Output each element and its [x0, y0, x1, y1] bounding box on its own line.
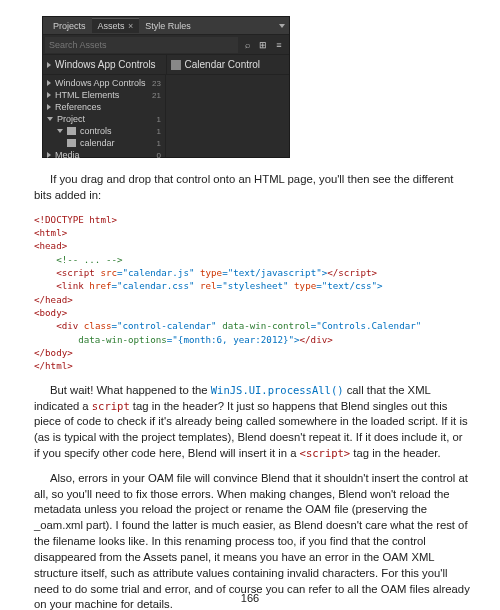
paragraph-2: But wait! What happened to the WinJS.UI.… — [34, 383, 470, 462]
code-token: ="calendar.js" — [117, 267, 194, 278]
tree-item-references[interactable]: References — [43, 101, 165, 113]
tree-item-project[interactable]: Project 1 — [43, 113, 165, 125]
tree-count: 23 — [152, 79, 161, 88]
code-token: html> — [84, 214, 117, 225]
category-tree: Windows App Controls 23 HTML Elements 21… — [43, 75, 166, 157]
tree-label: Media — [55, 150, 80, 160]
chevron-down-icon[interactable] — [279, 24, 285, 28]
inline-code: WinJS.UI.processAll() — [211, 384, 344, 396]
document-body: If you drag and drop that control onto a… — [34, 172, 470, 610]
chevron-right-icon — [47, 152, 51, 158]
search-icon[interactable]: ⌕ — [240, 38, 254, 52]
tree-item-media[interactable]: Media 0 — [43, 149, 165, 161]
code-token: </div> — [300, 334, 333, 345]
chevron-right-icon — [47, 92, 51, 98]
code-token: ="Controls.Calendar" — [311, 320, 422, 331]
code-token: <!-- ... --> — [34, 254, 123, 265]
tree-label: calendar — [80, 138, 115, 148]
tree-count: 1 — [157, 115, 161, 124]
code-token: ="text/javascript"> — [222, 267, 327, 278]
tree-count: 1 — [157, 127, 161, 136]
panel-tab-strip: Projects Assets × Style Rules — [43, 17, 289, 35]
code-token: src — [95, 267, 117, 278]
breadcrumb-item: Calendar Control — [185, 59, 261, 70]
tab-projects[interactable]: Projects — [47, 19, 92, 33]
paragraph-1: If you drag and drop that control onto a… — [34, 172, 470, 204]
code-token: ="{month:6, year:2012}"> — [167, 334, 300, 345]
preview-area — [166, 75, 289, 157]
breadcrumb-category: Windows App Controls — [55, 59, 156, 70]
code-token — [34, 320, 56, 331]
tree-label: References — [55, 102, 101, 112]
paragraph-3: Also, errors in your OAM file will convi… — [34, 471, 470, 610]
code-token: <div — [56, 320, 78, 331]
code-token: <script — [56, 267, 95, 278]
tab-assets[interactable]: Assets × — [92, 18, 140, 33]
chevron-right-icon — [47, 80, 51, 86]
tree-item-calendar[interactable]: calendar 1 — [43, 137, 165, 149]
tree-label: Project — [57, 114, 85, 124]
code-token: <body> — [34, 307, 67, 318]
chevron-down-icon — [57, 129, 63, 133]
text-run: But wait! What happened to the — [50, 384, 211, 396]
tree-item-win-controls[interactable]: Windows App Controls 23 — [43, 77, 165, 89]
grid-view-icon[interactable]: ⊞ — [256, 38, 270, 52]
page-number: 166 — [0, 592, 500, 604]
code-token: class — [78, 320, 111, 331]
code-token: ="calendar.css" — [111, 280, 194, 291]
code-token: ="stylesheet" — [217, 280, 289, 291]
code-token: type — [289, 280, 317, 291]
code-token: <!DOCTYPE — [34, 214, 84, 225]
close-icon[interactable]: × — [128, 21, 133, 31]
chevron-right-icon — [47, 104, 51, 110]
tree-item-html[interactable]: HTML Elements 21 — [43, 89, 165, 101]
folder-icon — [67, 127, 76, 135]
code-token: ="text/css"> — [316, 280, 382, 291]
code-token: href — [84, 280, 112, 291]
folder-icon — [67, 139, 76, 147]
code-token: <html> — [34, 227, 67, 238]
chevron-down-icon — [47, 117, 53, 121]
tree-item-controls[interactable]: controls 1 — [43, 125, 165, 137]
tree-count: 0 — [157, 151, 161, 160]
breadcrumb-right[interactable]: Calendar Control — [167, 55, 290, 74]
code-token: </html> — [34, 360, 73, 371]
code-token — [34, 267, 56, 278]
code-token: <link — [56, 280, 84, 291]
tree-label: Windows App Controls — [55, 78, 146, 88]
inline-code: <script> — [300, 447, 351, 459]
breadcrumb-left[interactable]: Windows App Controls — [43, 55, 167, 74]
tree-count: 21 — [152, 91, 161, 100]
tab-assets-label: Assets — [98, 21, 125, 31]
panel-columns: Windows App Controls 23 HTML Elements 21… — [43, 75, 289, 157]
code-token: data-win-options — [78, 334, 167, 345]
code-token — [34, 280, 56, 291]
search-input[interactable] — [45, 37, 238, 53]
calendar-icon — [171, 60, 181, 70]
code-token: <head> — [34, 240, 67, 251]
tree-label: controls — [80, 126, 112, 136]
breadcrumb-row: Windows App Controls Calendar Control — [43, 55, 289, 75]
list-view-icon[interactable]: ≡ — [272, 38, 286, 52]
assets-panel: Projects Assets × Style Rules ⌕ ⊞ ≡ Wind… — [42, 16, 290, 158]
tab-style-rules[interactable]: Style Rules — [139, 19, 197, 33]
code-token: ="control-calendar" — [111, 320, 216, 331]
text-run: tag in the header. — [350, 447, 440, 459]
code-token: data-win-control — [217, 320, 311, 331]
chevron-right-icon — [47, 62, 51, 68]
code-token — [34, 334, 78, 345]
search-row: ⌕ ⊞ ≡ — [43, 35, 289, 55]
code-token: type — [194, 267, 222, 278]
tree-label: HTML Elements — [55, 90, 119, 100]
code-token: rel — [194, 280, 216, 291]
tree-count: 1 — [157, 139, 161, 148]
code-block: <!DOCTYPE html> <html> <head> <!-- ... -… — [34, 213, 470, 373]
inline-code: script — [92, 400, 130, 412]
code-token: </head> — [34, 294, 73, 305]
code-token: </script> — [327, 267, 377, 278]
code-token: </body> — [34, 347, 73, 358]
